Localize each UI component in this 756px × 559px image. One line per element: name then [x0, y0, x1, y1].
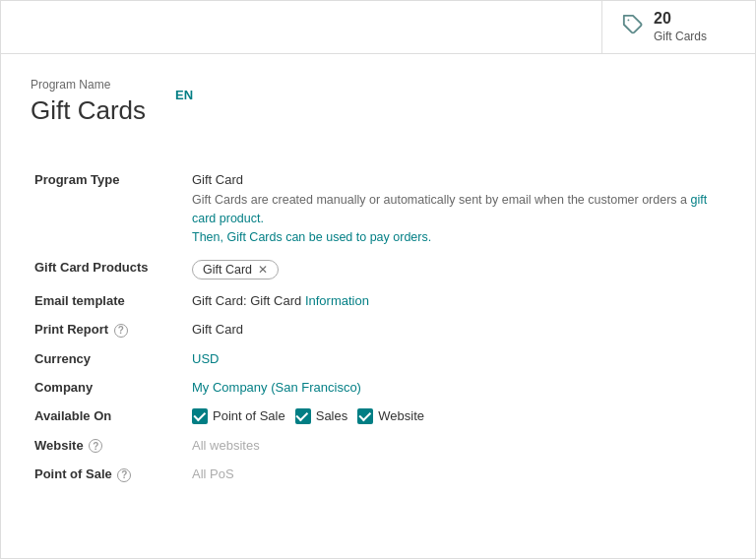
gift-cards-count-block: 20 Gift Cards	[654, 9, 707, 44]
currency-value: USD	[188, 344, 725, 373]
company-value: My Company (San Francisco)	[188, 373, 725, 402]
email-template-prefix: Gift Card: Gift Card	[192, 293, 305, 308]
gift-card-tag-chip[interactable]: Gift Card ✕	[192, 260, 279, 280]
point-of-sale-label: Point of Sale ?	[31, 460, 188, 489]
company-row: Company My Company (San Francisco)	[31, 373, 725, 402]
pos-help-icon[interactable]: ?	[117, 468, 131, 482]
gift-cards-header[interactable]: 20 Gift Cards	[602, 1, 755, 53]
lang-badge[interactable]: EN	[175, 88, 193, 102]
desc-line2: Then, Gift Cards can be used to pay orde…	[192, 230, 431, 244]
checkbox-website-check[interactable]	[357, 408, 373, 424]
available-on-value: Point of Sale Sales Website	[188, 402, 725, 431]
website-row: Website ? All websites	[31, 431, 725, 461]
currency-row: Currency USD	[31, 344, 725, 373]
tag-chip-label: Gift Card	[203, 263, 252, 277]
currency-label: Currency	[31, 344, 188, 373]
checkbox-website[interactable]: Website	[357, 408, 424, 424]
email-template-link[interactable]: Information	[305, 293, 369, 308]
website-label: Website ?	[31, 431, 188, 461]
program-type-desc: Gift Cards are created manually or autom…	[192, 191, 722, 246]
point-of-sale-value: All PoS	[188, 460, 725, 489]
main-content: Program Name Gift Cards EN Program Type …	[1, 54, 755, 519]
checkbox-sales[interactable]: Sales	[295, 408, 348, 424]
email-template-row: Email template Gift Card: Gift Card Info…	[31, 286, 725, 315]
gift-card-products-value: Gift Card ✕	[188, 253, 725, 286]
email-template-label: Email template	[31, 286, 188, 315]
form-table: Program Type Gift Card Gift Cards are cr…	[31, 165, 725, 489]
desc-line1: Gift Cards are created manually or autom…	[192, 193, 690, 207]
point-of-sale-row: Point of Sale ? All PoS	[31, 460, 725, 489]
gift-cards-label: Gift Cards	[654, 30, 707, 45]
print-report-row: Print Report ? Gift Card	[31, 315, 725, 344]
gift-cards-count: 20	[654, 9, 707, 30]
header-spacer	[1, 1, 602, 53]
gift-card-products-row: Gift Card Products Gift Card ✕	[31, 253, 725, 286]
checkbox-pos-label: Point of Sale	[213, 408, 285, 423]
website-placeholder: All websites	[192, 438, 260, 453]
checkbox-sales-check[interactable]	[295, 408, 311, 424]
page-title: Gift Cards	[31, 95, 146, 126]
tag-chip-close[interactable]: ✕	[258, 263, 268, 277]
checkbox-sales-label: Sales	[316, 408, 348, 423]
company-label: Company	[31, 373, 188, 402]
currency-link[interactable]: USD	[192, 351, 219, 366]
gift-card-products-label: Gift Card Products	[31, 253, 188, 286]
page-title-row: Gift Cards EN	[31, 95, 725, 146]
pos-placeholder: All PoS	[192, 466, 234, 481]
program-type-value-col: Gift Card Gift Cards are created manuall…	[188, 165, 725, 253]
checkbox-website-label: Website	[378, 408, 424, 423]
page-wrapper: 20 Gift Cards Program Name Gift Cards EN…	[0, 0, 756, 559]
available-on-row: Available On Point of Sale Sales	[31, 402, 725, 431]
program-type-row: Program Type Gift Card Gift Cards are cr…	[31, 165, 725, 253]
program-type-value: Gift Card	[192, 172, 722, 187]
program-type-label: Program Type	[31, 165, 188, 253]
email-template-value: Gift Card: Gift Card Information	[188, 286, 725, 315]
company-link[interactable]: My Company (San Francisco)	[192, 380, 361, 395]
print-report-value: Gift Card	[188, 315, 725, 344]
print-report-label: Print Report ?	[31, 315, 188, 344]
tag-icon	[622, 14, 644, 40]
available-on-label: Available On	[31, 402, 188, 431]
checkbox-pos-check[interactable]	[192, 408, 208, 424]
checkbox-pos[interactable]: Point of Sale	[192, 408, 285, 424]
website-help-icon[interactable]: ?	[89, 439, 102, 453]
website-value: All websites	[188, 431, 725, 461]
print-report-help-icon[interactable]: ?	[114, 324, 128, 338]
available-on-options: Point of Sale Sales Website	[192, 408, 722, 424]
header: 20 Gift Cards	[1, 1, 755, 54]
program-name-label: Program Name	[31, 78, 725, 92]
